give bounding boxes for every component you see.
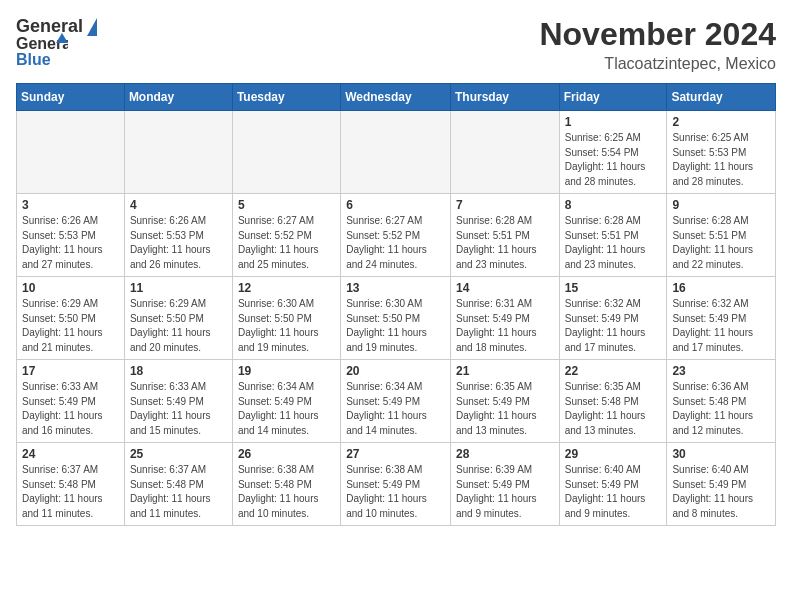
calendar-day-cell: 11Sunrise: 6:29 AMSunset: 5:50 PMDayligh… [124, 277, 232, 360]
logo-triangle-icon [87, 18, 97, 36]
calendar-day-cell: 22Sunrise: 6:35 AMSunset: 5:48 PMDayligh… [559, 360, 667, 443]
calendar-day-header: Thursday [450, 84, 559, 111]
day-number: 23 [672, 364, 770, 378]
day-number: 21 [456, 364, 554, 378]
calendar-table: SundayMondayTuesdayWednesdayThursdayFrid… [16, 83, 776, 526]
month-title: November 2024 [539, 16, 776, 53]
day-info: Sunrise: 6:29 AMSunset: 5:50 PMDaylight:… [130, 297, 227, 355]
calendar-day-header: Wednesday [341, 84, 451, 111]
day-number: 4 [130, 198, 227, 212]
day-info: Sunrise: 6:30 AMSunset: 5:50 PMDaylight:… [346, 297, 445, 355]
day-number: 29 [565, 447, 662, 461]
logo-svg-icon: General Blue [16, 33, 68, 69]
calendar-day-cell: 29Sunrise: 6:40 AMSunset: 5:49 PMDayligh… [559, 443, 667, 526]
day-number: 20 [346, 364, 445, 378]
calendar-day-cell: 20Sunrise: 6:34 AMSunset: 5:49 PMDayligh… [341, 360, 451, 443]
calendar-day-cell: 30Sunrise: 6:40 AMSunset: 5:49 PMDayligh… [667, 443, 776, 526]
calendar-day-cell: 24Sunrise: 6:37 AMSunset: 5:48 PMDayligh… [17, 443, 125, 526]
day-number: 11 [130, 281, 227, 295]
day-number: 3 [22, 198, 119, 212]
calendar-day-cell: 16Sunrise: 6:32 AMSunset: 5:49 PMDayligh… [667, 277, 776, 360]
day-number: 6 [346, 198, 445, 212]
day-number: 9 [672, 198, 770, 212]
day-info: Sunrise: 6:26 AMSunset: 5:53 PMDaylight:… [22, 214, 119, 272]
day-number: 18 [130, 364, 227, 378]
calendar-day-cell: 3Sunrise: 6:26 AMSunset: 5:53 PMDaylight… [17, 194, 125, 277]
day-info: Sunrise: 6:28 AMSunset: 5:51 PMDaylight:… [672, 214, 770, 272]
calendar-day-cell: 18Sunrise: 6:33 AMSunset: 5:49 PMDayligh… [124, 360, 232, 443]
day-info: Sunrise: 6:28 AMSunset: 5:51 PMDaylight:… [456, 214, 554, 272]
day-number: 27 [346, 447, 445, 461]
calendar-day-cell: 25Sunrise: 6:37 AMSunset: 5:48 PMDayligh… [124, 443, 232, 526]
svg-text:Blue: Blue [16, 51, 51, 68]
calendar-day-cell: 4Sunrise: 6:26 AMSunset: 5:53 PMDaylight… [124, 194, 232, 277]
day-info: Sunrise: 6:37 AMSunset: 5:48 PMDaylight:… [130, 463, 227, 521]
calendar-day-cell: 2Sunrise: 6:25 AMSunset: 5:53 PMDaylight… [667, 111, 776, 194]
calendar-day-cell [124, 111, 232, 194]
day-info: Sunrise: 6:32 AMSunset: 5:49 PMDaylight:… [672, 297, 770, 355]
calendar-day-cell: 27Sunrise: 6:38 AMSunset: 5:49 PMDayligh… [341, 443, 451, 526]
calendar-day-cell: 26Sunrise: 6:38 AMSunset: 5:48 PMDayligh… [232, 443, 340, 526]
day-info: Sunrise: 6:25 AMSunset: 5:54 PMDaylight:… [565, 131, 662, 189]
calendar-week-row: 1Sunrise: 6:25 AMSunset: 5:54 PMDaylight… [17, 111, 776, 194]
location-title: Tlacoatzintepec, Mexico [539, 55, 776, 73]
day-info: Sunrise: 6:29 AMSunset: 5:50 PMDaylight:… [22, 297, 119, 355]
day-number: 7 [456, 198, 554, 212]
day-number: 24 [22, 447, 119, 461]
logo-area: General General Blue [16, 16, 101, 69]
calendar-week-row: 3Sunrise: 6:26 AMSunset: 5:53 PMDaylight… [17, 194, 776, 277]
day-info: Sunrise: 6:31 AMSunset: 5:49 PMDaylight:… [456, 297, 554, 355]
header: General General Blue November 2024 Tlaco… [16, 16, 776, 73]
day-info: Sunrise: 6:40 AMSunset: 5:49 PMDaylight:… [565, 463, 662, 521]
calendar-day-header: Sunday [17, 84, 125, 111]
day-number: 16 [672, 281, 770, 295]
calendar-day-cell: 17Sunrise: 6:33 AMSunset: 5:49 PMDayligh… [17, 360, 125, 443]
day-info: Sunrise: 6:38 AMSunset: 5:48 PMDaylight:… [238, 463, 335, 521]
day-info: Sunrise: 6:39 AMSunset: 5:49 PMDaylight:… [456, 463, 554, 521]
day-info: Sunrise: 6:33 AMSunset: 5:49 PMDaylight:… [22, 380, 119, 438]
day-info: Sunrise: 6:30 AMSunset: 5:50 PMDaylight:… [238, 297, 335, 355]
day-number: 12 [238, 281, 335, 295]
title-area: November 2024 Tlacoatzintepec, Mexico [539, 16, 776, 73]
calendar-day-cell: 6Sunrise: 6:27 AMSunset: 5:52 PMDaylight… [341, 194, 451, 277]
day-number: 10 [22, 281, 119, 295]
day-number: 30 [672, 447, 770, 461]
calendar-day-cell [232, 111, 340, 194]
calendar-day-cell: 14Sunrise: 6:31 AMSunset: 5:49 PMDayligh… [450, 277, 559, 360]
calendar-day-cell: 7Sunrise: 6:28 AMSunset: 5:51 PMDaylight… [450, 194, 559, 277]
day-info: Sunrise: 6:34 AMSunset: 5:49 PMDaylight:… [238, 380, 335, 438]
day-info: Sunrise: 6:28 AMSunset: 5:51 PMDaylight:… [565, 214, 662, 272]
calendar-header-row: SundayMondayTuesdayWednesdayThursdayFrid… [17, 84, 776, 111]
calendar-day-cell [341, 111, 451, 194]
day-info: Sunrise: 6:34 AMSunset: 5:49 PMDaylight:… [346, 380, 445, 438]
calendar-day-cell [450, 111, 559, 194]
day-info: Sunrise: 6:27 AMSunset: 5:52 PMDaylight:… [238, 214, 335, 272]
calendar-day-header: Tuesday [232, 84, 340, 111]
calendar-day-header: Friday [559, 84, 667, 111]
day-number: 2 [672, 115, 770, 129]
day-number: 22 [565, 364, 662, 378]
day-info: Sunrise: 6:33 AMSunset: 5:49 PMDaylight:… [130, 380, 227, 438]
day-info: Sunrise: 6:36 AMSunset: 5:48 PMDaylight:… [672, 380, 770, 438]
calendar-day-cell: 15Sunrise: 6:32 AMSunset: 5:49 PMDayligh… [559, 277, 667, 360]
calendar-day-cell: 28Sunrise: 6:39 AMSunset: 5:49 PMDayligh… [450, 443, 559, 526]
calendar-day-cell: 13Sunrise: 6:30 AMSunset: 5:50 PMDayligh… [341, 277, 451, 360]
day-info: Sunrise: 6:25 AMSunset: 5:53 PMDaylight:… [672, 131, 770, 189]
calendar-day-cell: 5Sunrise: 6:27 AMSunset: 5:52 PMDaylight… [232, 194, 340, 277]
calendar-week-row: 17Sunrise: 6:33 AMSunset: 5:49 PMDayligh… [17, 360, 776, 443]
day-number: 13 [346, 281, 445, 295]
calendar-day-cell: 8Sunrise: 6:28 AMSunset: 5:51 PMDaylight… [559, 194, 667, 277]
day-info: Sunrise: 6:35 AMSunset: 5:48 PMDaylight:… [565, 380, 662, 438]
day-info: Sunrise: 6:26 AMSunset: 5:53 PMDaylight:… [130, 214, 227, 272]
day-number: 15 [565, 281, 662, 295]
day-info: Sunrise: 6:35 AMSunset: 5:49 PMDaylight:… [456, 380, 554, 438]
day-info: Sunrise: 6:40 AMSunset: 5:49 PMDaylight:… [672, 463, 770, 521]
day-number: 28 [456, 447, 554, 461]
day-info: Sunrise: 6:32 AMSunset: 5:49 PMDaylight:… [565, 297, 662, 355]
calendar-day-cell: 1Sunrise: 6:25 AMSunset: 5:54 PMDaylight… [559, 111, 667, 194]
day-number: 14 [456, 281, 554, 295]
calendar-day-cell: 21Sunrise: 6:35 AMSunset: 5:49 PMDayligh… [450, 360, 559, 443]
day-number: 19 [238, 364, 335, 378]
day-info: Sunrise: 6:37 AMSunset: 5:48 PMDaylight:… [22, 463, 119, 521]
calendar-day-cell: 9Sunrise: 6:28 AMSunset: 5:51 PMDaylight… [667, 194, 776, 277]
